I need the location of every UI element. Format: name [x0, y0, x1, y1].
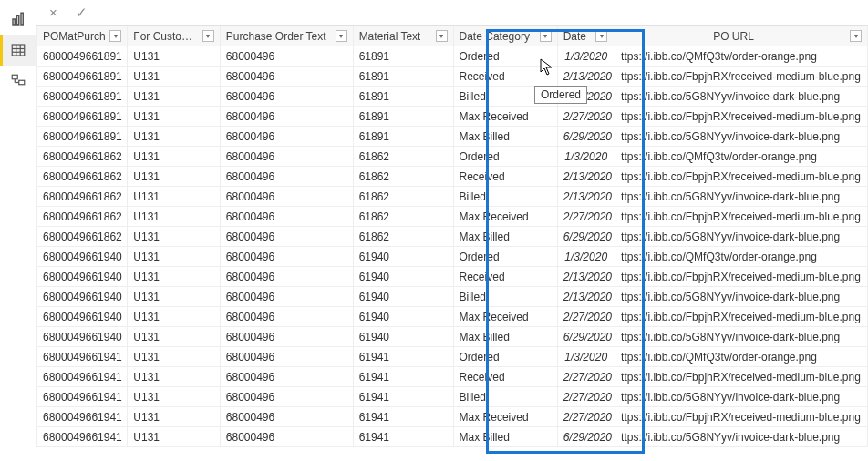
cell[interactable]: 2/27/2020: [557, 407, 615, 427]
cell[interactable]: 6800049661940: [37, 267, 128, 287]
cell[interactable]: 6800049661941: [37, 367, 128, 387]
cell[interactable]: 2/27/2020: [557, 387, 615, 407]
cell[interactable]: 6800049661891: [37, 67, 128, 87]
cell[interactable]: U131: [128, 67, 220, 87]
cell[interactable]: 61891: [353, 87, 453, 107]
cell[interactable]: 6800049661862: [37, 227, 128, 247]
cell[interactable]: Billed: [453, 187, 557, 207]
table-row[interactable]: 6800049661862U1316800049661862Ordered1/3…: [37, 147, 868, 167]
cell[interactable]: U131: [128, 307, 220, 327]
cell[interactable]: 68000496: [220, 187, 353, 207]
cell[interactable]: 61941: [353, 347, 453, 367]
cell[interactable]: 68000496: [220, 387, 353, 407]
cell[interactable]: 68000496: [220, 87, 353, 107]
cell[interactable]: 6800049661941: [37, 407, 128, 427]
table-row[interactable]: 6800049661891U1316800049661891Max Billed…: [37, 127, 868, 147]
cell[interactable]: ttps://i.ibb.co/FbpjhRX/received-medium-…: [615, 407, 868, 427]
cell[interactable]: 6800049661891: [37, 127, 128, 147]
column-header-4[interactable]: Date Category▾: [453, 26, 557, 46]
table-row[interactable]: 6800049661940U1316800049661940Billed2/13…: [37, 287, 868, 307]
cell[interactable]: 68000496: [220, 147, 353, 167]
cell[interactable]: Max Received: [453, 207, 557, 227]
cell[interactable]: 61941: [353, 367, 453, 387]
cell[interactable]: Ordered: [453, 347, 557, 367]
cell[interactable]: 68000496: [220, 227, 353, 247]
cell[interactable]: 68000496: [220, 267, 353, 287]
cell[interactable]: 68000496: [220, 407, 353, 427]
column-filter-dropdown[interactable]: ▾: [595, 30, 607, 42]
column-header-5[interactable]: Date▾: [557, 26, 615, 46]
cell[interactable]: 2/13/2020: [557, 167, 615, 187]
cell[interactable]: 68000496: [220, 167, 353, 187]
cell[interactable]: ttps://i.ibb.co/FbpjhRX/received-medium-…: [615, 207, 868, 227]
cell[interactable]: Max Received: [453, 107, 557, 127]
cell[interactable]: ttps://i.ibb.co/5G8NYyv/invoice-dark-blu…: [615, 287, 868, 307]
data-grid[interactable]: POMatPurch▾For Customer▾Purchase Order T…: [36, 26, 868, 461]
cell[interactable]: 2/13/2020: [557, 287, 615, 307]
column-header-2[interactable]: Purchase Order Text▾: [220, 26, 353, 46]
cell[interactable]: ttps://i.ibb.co/5G8NYyv/invoice-dark-blu…: [615, 327, 868, 347]
cell[interactable]: 6/29/2020: [557, 227, 615, 247]
cell[interactable]: U131: [128, 427, 220, 447]
cell[interactable]: 6800049661941: [37, 387, 128, 407]
cell[interactable]: 2/13/2020: [557, 187, 615, 207]
cell[interactable]: Billed: [453, 287, 557, 307]
cell[interactable]: 61940: [353, 267, 453, 287]
column-header-6[interactable]: PO URL▾: [615, 26, 868, 46]
cell[interactable]: U131: [128, 347, 220, 367]
cell[interactable]: 68000496: [220, 207, 353, 227]
cell[interactable]: Received: [453, 67, 557, 87]
cell[interactable]: 6/29/2020: [557, 327, 615, 347]
cell[interactable]: 68000496: [220, 67, 353, 87]
cell[interactable]: 6800049661941: [37, 427, 128, 447]
cell[interactable]: 6800049661941: [37, 347, 128, 367]
cell[interactable]: 68000496: [220, 46, 353, 67]
cell[interactable]: 2/27/2020: [557, 367, 615, 387]
cell[interactable]: U131: [128, 107, 220, 127]
cell[interactable]: 2/27/2020: [557, 107, 615, 127]
cell[interactable]: Max Billed: [453, 127, 557, 147]
cell[interactable]: Billed: [453, 387, 557, 407]
cell[interactable]: ttps://i.ibb.co/QMfQ3tv/order-orange.png: [615, 347, 868, 367]
column-header-3[interactable]: Material Text▾: [353, 26, 453, 46]
cell[interactable]: 2/13/2020: [557, 67, 615, 87]
cell[interactable]: ttps://i.ibb.co/5G8NYyv/invoice-dark-blu…: [615, 387, 868, 407]
column-filter-dropdown[interactable]: ▾: [109, 30, 121, 42]
cell[interactable]: Ordered: [453, 46, 557, 67]
table-row[interactable]: 6800049661891U1316800049661891Billed2/13…: [37, 87, 868, 107]
cell[interactable]: 68000496: [220, 127, 353, 147]
table-row[interactable]: 6800049661941U1316800049661941Received2/…: [37, 367, 868, 387]
cell[interactable]: 61941: [353, 387, 453, 407]
cell[interactable]: U131: [128, 327, 220, 347]
cell[interactable]: 6800049661862: [37, 167, 128, 187]
cell[interactable]: Max Received: [453, 407, 557, 427]
cell[interactable]: 6800049661862: [37, 187, 128, 207]
cell[interactable]: 2/27/2020: [557, 307, 615, 327]
table-row[interactable]: 6800049661941U1316800049661941Billed2/27…: [37, 387, 868, 407]
cell[interactable]: 6800049661891: [37, 87, 128, 107]
table-row[interactable]: 6800049661862U1316800049661862Max Billed…: [37, 227, 868, 247]
cell[interactable]: U131: [128, 167, 220, 187]
column-filter-dropdown[interactable]: ▾: [540, 30, 552, 42]
column-filter-dropdown[interactable]: ▾: [336, 30, 347, 42]
cell[interactable]: 61941: [353, 407, 453, 427]
cell[interactable]: U131: [128, 187, 220, 207]
cell[interactable]: 6800049661891: [37, 107, 128, 127]
cell[interactable]: ttps://i.ibb.co/QMfQ3tv/order-orange.png: [615, 247, 868, 267]
cell[interactable]: 1/3/2020: [557, 147, 615, 167]
cell[interactable]: U131: [128, 87, 220, 107]
report-view-button[interactable]: [0, 4, 36, 35]
cell[interactable]: 61891: [353, 67, 453, 87]
cell[interactable]: U131: [128, 267, 220, 287]
cell[interactable]: 61862: [353, 187, 453, 207]
cell[interactable]: 1/3/2020: [557, 347, 615, 367]
cell[interactable]: U131: [128, 207, 220, 227]
cell[interactable]: U131: [128, 387, 220, 407]
cell[interactable]: 68000496: [220, 247, 353, 267]
table-row[interactable]: 6800049661891U1316800049661891Received2/…: [37, 67, 868, 87]
cell[interactable]: 6800049661862: [37, 207, 128, 227]
cell[interactable]: ttps://i.ibb.co/FbpjhRX/received-medium-…: [615, 167, 868, 187]
cell[interactable]: ttps://i.ibb.co/5G8NYyv/invoice-dark-blu…: [615, 227, 868, 247]
cell[interactable]: 6800049661862: [37, 147, 128, 167]
cell[interactable]: ttps://i.ibb.co/FbpjhRX/received-medium-…: [615, 367, 868, 387]
